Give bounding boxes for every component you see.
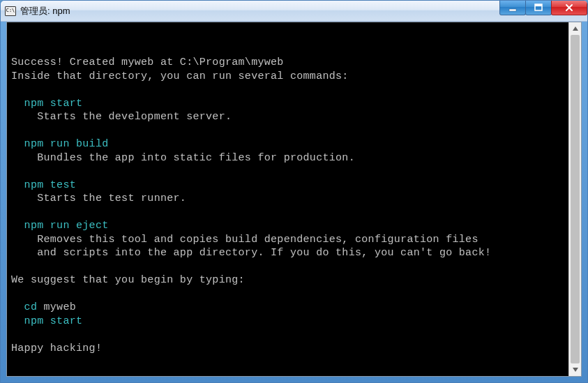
svg-rect-0: [509, 9, 516, 11]
output-line: Starts the development server.: [11, 111, 232, 123]
window-frame: C:\ 管理员: npm Success! Created myweb at C…: [0, 0, 588, 383]
output-line: Success! Created myweb at C:\Program\myw…: [11, 57, 284, 68]
scroll-up-button[interactable]: [569, 22, 581, 35]
svg-rect-2: [535, 4, 542, 6]
command-text: cd: [11, 301, 44, 313]
command-text: npm run eject: [11, 220, 109, 232]
output-line: Bundles the app into static files for pr…: [11, 152, 355, 164]
terminal-output[interactable]: Success! Created myweb at C:\Program\myw…: [7, 22, 568, 376]
minimize-button[interactable]: [499, 0, 526, 15]
output-line: Removes this tool and copies build depen…: [11, 234, 478, 246]
scroll-track[interactable]: [569, 35, 581, 363]
titlebar[interactable]: C:\ 管理员: npm: [1, 1, 587, 22]
close-icon: [564, 3, 574, 12]
output-line: Inside that directory, you can run sever…: [11, 70, 349, 82]
command-text: npm start: [11, 315, 82, 327]
scroll-thumb[interactable]: [571, 35, 580, 363]
command-text: npm run build: [11, 138, 109, 150]
maximize-icon: [534, 3, 543, 12]
minimize-icon: [508, 3, 517, 12]
app-icon: C:\: [5, 6, 16, 16]
app-icon-text: C:\: [6, 8, 15, 13]
window-controls: [500, 0, 587, 15]
close-button[interactable]: [551, 0, 587, 15]
target-name: myweb: [44, 301, 77, 313]
scroll-down-button[interactable]: [569, 363, 581, 376]
output-line: Happy hacking!: [11, 343, 102, 354]
command-text: npm start: [11, 98, 82, 110]
chevron-down-icon: [573, 368, 578, 372]
output-line: We suggest that you begin by typing:: [11, 274, 245, 286]
output-line: and scripts into the app directory. If y…: [11, 247, 491, 259]
chevron-up-icon: [573, 27, 578, 31]
output-line: Starts the test runner.: [11, 193, 186, 204]
maximize-button[interactable]: [525, 0, 552, 15]
terminal-container: Success! Created myweb at C:\Program\myw…: [6, 22, 582, 377]
scrollbar[interactable]: [568, 22, 581, 376]
command-text: npm test: [11, 179, 76, 191]
